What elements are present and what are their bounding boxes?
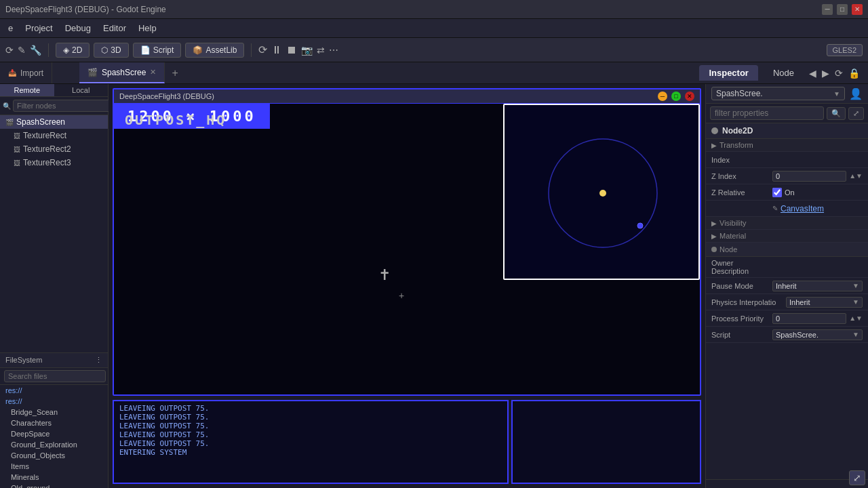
script-button[interactable]: 📄 Script bbox=[133, 43, 182, 58]
fs-res-root[interactable]: res:// bbox=[0, 396, 108, 407]
game-area: 1200 × 1000 OUTPOST_HQ ✝ + bbox=[114, 104, 700, 394]
fs-item-0[interactable]: Bridge_Scean bbox=[0, 407, 108, 418]
menu-item-editor[interactable]: Editor bbox=[98, 22, 132, 35]
assetlib-button[interactable]: 📦 AssetLib bbox=[185, 43, 244, 58]
pause-mode-arrow-icon: ▼ bbox=[852, 282, 859, 289]
close-button[interactable]: ✕ bbox=[852, 4, 863, 15]
node-tab[interactable]: Node bbox=[764, 65, 804, 81]
local-button[interactable]: Local bbox=[54, 84, 108, 96]
expand-inspector-button[interactable]: ⤢ bbox=[849, 470, 865, 485]
spashscree-label: SpashScree bbox=[102, 68, 146, 77]
process-priority-label: Process Priority bbox=[711, 314, 772, 323]
debug-window-title: DeepSpaceFlight3 (DEBUG) bbox=[119, 92, 214, 100]
game-canvas: 1200 × 1000 OUTPOST_HQ ✝ + bbox=[114, 104, 700, 394]
node-icon-texturerect2: 🖼 bbox=[14, 146, 20, 153]
z-relative-on-label: On bbox=[785, 188, 795, 197]
z-relative-checkbox[interactable] bbox=[772, 188, 782, 197]
z-index-arrows[interactable]: ▲▼ bbox=[849, 172, 863, 180]
reload-icon[interactable]: ⟳ bbox=[258, 43, 267, 56]
more-icon[interactable]: ⋯ bbox=[329, 45, 338, 56]
minimize-button[interactable]: ─ bbox=[822, 4, 833, 15]
maximize-button[interactable]: □ bbox=[837, 4, 848, 15]
pause-icon[interactable]: ⏸ bbox=[271, 44, 282, 56]
scene-node-texturerect2[interactable]: 🖼 TextureRect2 bbox=[0, 142, 108, 156]
process-priority-arrows[interactable]: ▲▼ bbox=[849, 314, 863, 322]
remote-button[interactable]: Remote bbox=[0, 84, 54, 96]
center-area: DeepSpaceFlight3 (DEBUG) ─ □ ✕ 1200 × 10… bbox=[108, 84, 705, 488]
toolbar-sep-1 bbox=[48, 43, 49, 57]
node-label-spashscreen: SpashScreen bbox=[16, 117, 65, 127]
fs-item-5[interactable]: Items bbox=[0, 461, 108, 472]
script-prop-row: Script SpashScree. ▼ bbox=[706, 327, 868, 343]
script-prop-label: Script bbox=[711, 331, 772, 339]
pause-mode-dropdown[interactable]: Inherit ▼ bbox=[772, 281, 863, 291]
pause-mode-label: Pause Mode bbox=[711, 282, 772, 290]
filter-properties-input[interactable] bbox=[710, 106, 824, 120]
z-index-input[interactable] bbox=[772, 171, 846, 182]
add-tab-button[interactable]: + bbox=[165, 62, 184, 83]
history-icon[interactable]: ⟳ bbox=[835, 68, 843, 79]
debug-close-button[interactable]: ✕ bbox=[685, 92, 694, 101]
fs-item-7[interactable]: Old_ground bbox=[0, 483, 108, 488]
material-label: Material bbox=[719, 232, 746, 240]
sync-icon[interactable]: ⇄ bbox=[317, 45, 325, 56]
physics-interp-dropdown[interactable]: Inherit ▼ bbox=[786, 297, 863, 308]
inspector-tab[interactable]: Inspector bbox=[699, 65, 758, 81]
node-dropdown[interactable]: SpashScree. ▼ bbox=[711, 87, 845, 100]
visibility-section-header[interactable]: ▶ Visibility bbox=[706, 217, 868, 230]
inspector-search-button[interactable]: 🔍 bbox=[827, 107, 846, 120]
fs-item-1[interactable]: Charachters bbox=[0, 418, 108, 428]
spashscree-tab[interactable]: 🎬 SpashScree ✕ bbox=[79, 62, 165, 83]
scene-node-texturerect3[interactable]: 🖼 TextureRect3 bbox=[0, 156, 108, 169]
debug-maximize-button[interactable]: □ bbox=[671, 92, 681, 101]
tab-close-button[interactable]: ✕ bbox=[150, 68, 156, 77]
nav-back-icon[interactable]: ◀ bbox=[809, 68, 816, 79]
menu-item-debug[interactable]: Debug bbox=[60, 22, 96, 35]
scene-node-spashscreen[interactable]: 🎬 SpashScreen bbox=[0, 115, 108, 129]
console-line-1: LEAVEING OUTPOST 75. bbox=[119, 413, 502, 422]
console-line-0: LEAVEING OUTPOST 75. bbox=[119, 404, 502, 413]
visibility-label: Visibility bbox=[719, 219, 747, 227]
stop-icon[interactable]: ⏹ bbox=[286, 44, 297, 56]
toolbar-icon-3[interactable]: 🔧 bbox=[30, 45, 41, 56]
filesystem-header: FileSystem ⋮ bbox=[0, 353, 108, 368]
minimap bbox=[503, 104, 700, 280]
lock-icon[interactable]: 🔒 bbox=[848, 68, 860, 79]
nav-forward-icon[interactable]: ▶ bbox=[822, 68, 829, 79]
mode-3d-button[interactable]: ⬡ 3D bbox=[94, 43, 128, 58]
fs-options-icon[interactable]: ⋮ bbox=[95, 356, 102, 365]
fs-item-3[interactable]: Ground_Exploration bbox=[0, 439, 108, 450]
main-area: Remote Local 🔍 ⋮ 🎬 SpashScreen 🖼 Texture… bbox=[0, 84, 868, 488]
gles-badge: GLES2 bbox=[827, 44, 863, 56]
menu-item-e[interactable]: e bbox=[3, 22, 18, 35]
canvas-item-link[interactable]: CanvasItem bbox=[781, 204, 824, 214]
filter-nodes-input[interactable] bbox=[13, 100, 115, 112]
script-dropdown[interactable]: SpashScree. ▼ bbox=[772, 329, 863, 340]
transform-section-header[interactable]: ▶ Transform bbox=[706, 139, 868, 152]
process-priority-value: ▲▼ bbox=[772, 313, 863, 324]
fs-item-4[interactable]: Ground_Objects bbox=[0, 450, 108, 461]
fs-root-item[interactable]: res:// bbox=[0, 385, 108, 396]
search-files-input[interactable] bbox=[4, 370, 106, 382]
toolbar-icon-1[interactable]: ⟳ bbox=[5, 45, 14, 56]
tab-spacer bbox=[185, 62, 692, 83]
fs-item-6[interactable]: Minerals bbox=[0, 472, 108, 483]
menu-item-help[interactable]: Help bbox=[133, 22, 162, 35]
console-line-2: LEAVEING OUTPOST 75. bbox=[119, 422, 502, 430]
material-expand-icon: ▶ bbox=[711, 232, 717, 240]
inspector-expand-button[interactable]: ⤢ bbox=[848, 107, 864, 120]
material-section-header[interactable]: ▶ Material bbox=[706, 230, 868, 243]
mode-2d-button[interactable]: ◈ 2D bbox=[56, 43, 90, 58]
import-tab[interactable]: 📥 Import bbox=[0, 62, 52, 83]
scene-node-texturerect[interactable]: 🖼 TextureRect bbox=[0, 129, 108, 142]
menu-item-project[interactable]: Project bbox=[20, 22, 58, 35]
process-priority-input[interactable] bbox=[772, 313, 846, 324]
debug-minimize-button[interactable]: ─ bbox=[658, 92, 667, 101]
fs-item-2[interactable]: DeepSpace bbox=[0, 428, 108, 439]
capture-icon[interactable]: 📷 bbox=[301, 45, 313, 56]
node-type-icon bbox=[711, 127, 718, 134]
assetlib-label: AssetLib bbox=[205, 45, 237, 55]
debug-window: DeepSpaceFlight3 (DEBUG) ─ □ ✕ 1200 × 10… bbox=[113, 88, 701, 396]
script-arrow-icon: ▼ bbox=[852, 331, 859, 338]
toolbar-icon-2[interactable]: ✎ bbox=[18, 45, 26, 56]
